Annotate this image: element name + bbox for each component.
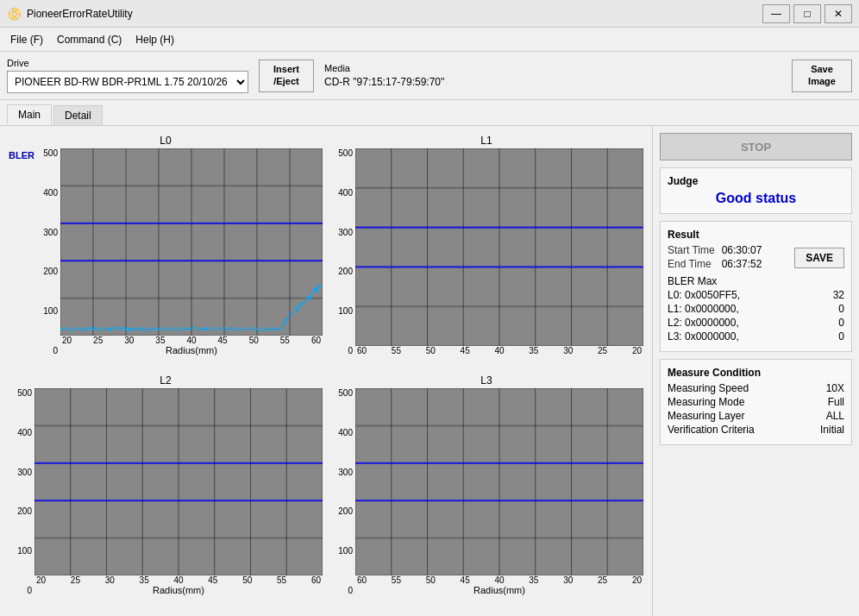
bler-max-l3-label: L3: 0x0000000, — [668, 330, 739, 343]
maximize-button[interactable]: □ — [793, 4, 821, 23]
bler-max-title: BLER Max — [668, 275, 844, 287]
end-time-row: End Time 06:37:52 — [668, 258, 762, 270]
result-section: Result Start Time 06:30:07 End Time 06:3… — [660, 221, 852, 352]
bler-max-l1-value: 0 — [838, 303, 844, 315]
judge-title: Judge — [668, 175, 844, 187]
media-value: CD-R "97:15:17-79:59:70" — [324, 76, 444, 88]
app-icon: 📀 — [7, 7, 22, 21]
bler-max-l3-value: 0 — [838, 330, 844, 343]
measure-mode-value: Full — [828, 396, 844, 408]
bler-max-l0: L0: 0x0050FF5, 32 — [668, 289, 844, 301]
chart-canvas-l0 — [60, 148, 323, 336]
drive-label: Drive — [7, 58, 248, 68]
drive-section: Drive PIONEER BD-RW BDR-PR1ML 1.75 20/10… — [7, 58, 248, 93]
app-title: PioneerErrorRateUtility — [27, 8, 133, 20]
y-tick-100-l0: 100 — [34, 306, 58, 316]
chart-canvas-l2 — [34, 388, 323, 575]
y-tick-500-l0: 500 — [34, 148, 58, 158]
window-controls: — □ ✕ — [762, 4, 852, 23]
right-panel: STOP Judge Good status Result Start Time… — [652, 126, 859, 616]
result-title: Result — [668, 229, 844, 241]
bler-max-l0-value: 32 — [833, 289, 844, 301]
menu-help[interactable]: Help (H) — [129, 31, 181, 48]
tab-main[interactable]: Main — [7, 104, 52, 125]
x-axis-l2: 202530354045505560 Radius(mm) — [34, 575, 323, 595]
close-button[interactable]: ✕ — [825, 4, 852, 23]
x-axis-l1: 605550454035302520 — [355, 346, 643, 355]
x-label-l3: Radius(mm) — [355, 585, 643, 595]
bler-max-l2: L2: 0x0000000, 0 — [668, 317, 844, 329]
insert-eject-button[interactable]: Insert/Eject — [259, 60, 314, 92]
main-content: L0 BLER 500 400 300 200 100 0 — [0, 126, 859, 616]
start-time-row: Start Time 06:30:07 End Time 06:37:52 SA… — [668, 244, 844, 272]
bler-max-l2-label: L2: 0x0000000, — [668, 317, 739, 329]
judge-status: Good status — [668, 191, 844, 206]
chart-canvas-l3 — [355, 388, 643, 575]
chart-l0: L0 BLER 500 400 300 200 100 0 — [5, 131, 326, 371]
start-time-label: Start Time — [668, 244, 715, 256]
title-bar: 📀 PioneerErrorRateUtility — □ ✕ — [0, 0, 859, 28]
toolbar: Drive PIONEER BD-RW BDR-PR1ML 1.75 20/10… — [0, 52, 859, 100]
chart-canvas-l1 — [355, 148, 643, 346]
stop-button[interactable]: STOP — [660, 133, 852, 160]
chart-l0-title: L0 — [9, 135, 323, 147]
drive-select[interactable]: PIONEER BD-RW BDR-PR1ML 1.75 20/10/26 — [7, 71, 248, 93]
charts-area: L0 BLER 500 400 300 200 100 0 — [0, 126, 652, 616]
x-label-l0: Radius(mm) — [60, 345, 323, 355]
chart-l1-title: L1 — [329, 135, 643, 147]
verification-criteria-row: Verification Criteria Initial — [668, 424, 844, 436]
bler-max-section: BLER Max L0: 0x0050FF5, 32 L1: 0x0000000… — [668, 275, 844, 343]
measure-speed-value: 10X — [826, 382, 844, 394]
verification-criteria-value: Initial — [820, 424, 844, 436]
chart-l3: L3 500 400 300 200 100 0 605550454035302… — [326, 371, 647, 611]
save-button[interactable]: SAVE — [794, 248, 844, 268]
bler-max-l2-value: 0 — [838, 317, 844, 329]
end-time-value: 06:37:52 — [722, 258, 762, 270]
bler-max-l1: L1: 0x0000000, 0 — [668, 303, 844, 315]
menu-bar: File (F) Command (C) Help (H) — [0, 28, 859, 52]
measure-mode-row: Measuring Mode Full — [668, 396, 844, 408]
chart-l1: L1 500 400 300 200 100 0 605550454035302… — [326, 131, 647, 371]
measure-layer-row: Measuring Layer ALL — [668, 410, 844, 422]
measure-title: Measure Condition — [668, 367, 844, 379]
chart-l2: L2 500 400 300 200 100 0 202530354045505… — [5, 371, 326, 611]
y-tick-400-l0: 400 — [34, 188, 58, 198]
end-time-label: End Time — [668, 258, 712, 270]
judge-section: Judge Good status — [660, 167, 852, 214]
measure-section: Measure Condition Measuring Speed 10X Me… — [660, 359, 852, 445]
x-axis-l3: 605550454035302520 Radius(mm) — [355, 575, 643, 595]
y-tick-0-l0: 0 — [34, 346, 58, 355]
tab-detail[interactable]: Detail — [53, 105, 103, 125]
y-tick-200-l0: 200 — [34, 267, 58, 276]
menu-file[interactable]: File (F) — [3, 31, 50, 48]
verification-criteria-label: Verification Criteria — [668, 424, 755, 436]
measure-layer-value: ALL — [826, 410, 844, 422]
tab-bar: Main Detail — [0, 100, 859, 126]
chart-l3-title: L3 — [329, 374, 643, 387]
y-tick-300-l0: 300 — [34, 228, 58, 237]
measure-mode-label: Measuring Mode — [668, 396, 744, 408]
save-image-button[interactable]: SaveImage — [792, 60, 852, 92]
measure-layer-label: Measuring Layer — [668, 410, 744, 422]
minimize-button[interactable]: — — [762, 4, 790, 23]
measure-speed-row: Measuring Speed 10X — [668, 382, 844, 394]
x-label-l2: Radius(mm) — [34, 585, 323, 595]
menu-command[interactable]: Command (C) — [50, 31, 129, 48]
bler-max-l3: L3: 0x0000000, 0 — [668, 330, 844, 343]
x-axis-l0: 202530354045505560 Radius(mm) — [60, 336, 323, 355]
start-time-row: Start Time 06:30:07 — [668, 244, 762, 256]
bler-label: BLER — [9, 150, 34, 160]
chart-l2-title: L2 — [9, 374, 323, 387]
bler-max-l0-label: L0: 0x0050FF5, — [668, 289, 740, 301]
start-time-value: 06:30:07 — [722, 244, 762, 256]
media-label: Media — [324, 63, 444, 73]
bler-max-l1-label: L1: 0x0000000, — [668, 303, 739, 315]
media-section: Media CD-R "97:15:17-79:59:70" — [324, 63, 444, 88]
measure-speed-label: Measuring Speed — [668, 382, 749, 394]
